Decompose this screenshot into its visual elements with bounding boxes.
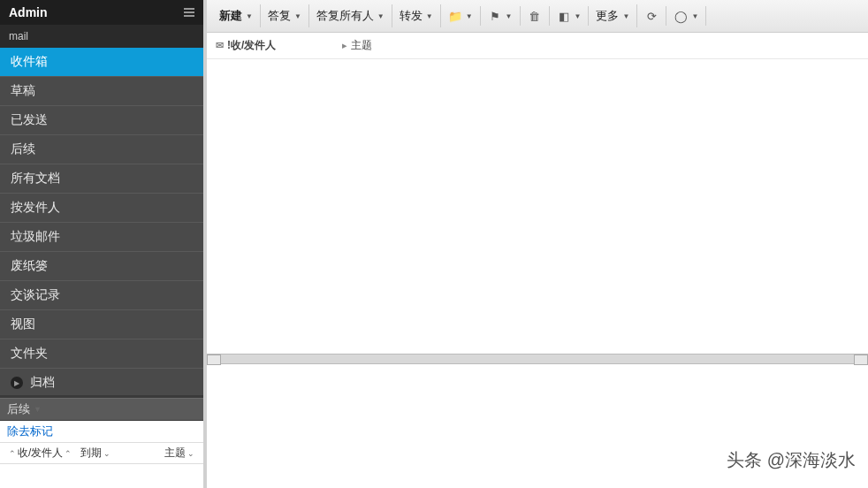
sidebar: Admin mail 收件箱草稿已发送后续所有文档按发件人垃圾邮件废纸篓交谈记录… (0, 0, 203, 488)
chevron-down-icon: ▼ (466, 12, 473, 20)
bubble-icon: ◯ (674, 10, 688, 22)
folder-label: 垃圾邮件 (11, 229, 60, 245)
move-button[interactable]: ◧▼ (550, 6, 590, 26)
clear-marks-link[interactable]: 除去标记 (0, 421, 203, 442)
folder-label: 草稿 (11, 83, 35, 99)
folder-label: 废纸篓 (11, 258, 48, 274)
folder-item[interactable]: 文件夹 (0, 339, 203, 369)
folder-item[interactable]: 已发送 (0, 106, 203, 135)
folder-label: 视图 (11, 316, 35, 332)
folder-item[interactable]: 按发件人 (0, 194, 203, 223)
caret-up-icon: ⌃ (65, 449, 72, 458)
expand-icon: ▶ (11, 377, 23, 389)
folder-item[interactable]: ▶归档 (0, 369, 203, 395)
admin-title: Admin (9, 5, 48, 19)
chevron-down-icon: ▼ (294, 12, 301, 20)
main-panel: 新建▼ 答复▼ 答复所有人▼ 转发▼ 📁▼ ⚑▼ 🗑 ◧▼ 更多▼ ⟳ ◯▼ ✉… (203, 0, 868, 488)
chevron-down-icon: ▼ (575, 12, 582, 20)
horizontal-splitter[interactable] (207, 354, 868, 364)
folder-button[interactable]: 📁▼ (441, 6, 481, 26)
folder-label: 交谈记录 (11, 287, 60, 303)
chevron-down-icon: ▼ (426, 12, 433, 20)
flag-icon: ⚑ (488, 10, 502, 22)
sidebar-header: Admin (0, 0, 203, 25)
spacer (0, 463, 203, 488)
chevron-down-icon: ▼ (691, 12, 698, 20)
refresh-icon: ⟳ (644, 10, 659, 22)
folder-item[interactable]: 视图 (0, 310, 203, 339)
more-button[interactable]: 更多▼ (589, 4, 637, 27)
folder-label: 按发件人 (11, 200, 60, 216)
box-icon: ◧ (557, 10, 571, 22)
caret-down-icon: ⌄ (187, 449, 194, 458)
caret-down-icon: ⌄ (103, 449, 110, 458)
show-button[interactable]: ◯▼ (666, 6, 706, 26)
reply-all-button[interactable]: 答复所有人▼ (309, 4, 392, 27)
folder-item[interactable]: 所有文档 (0, 164, 203, 194)
folder-label: 收件箱 (11, 54, 48, 70)
reply-button[interactable]: 答复▼ (261, 4, 309, 27)
column-sender[interactable]: ✉ !收/发件人 (216, 38, 335, 53)
folder-item[interactable]: 废纸篓 (0, 252, 203, 281)
filter-subject[interactable]: 主题 ⌄ (161, 445, 198, 461)
folder-item[interactable]: 收件箱 (0, 48, 203, 77)
refresh-button[interactable]: ⟳ (637, 6, 666, 26)
folder-item[interactable]: 后续 (0, 135, 203, 164)
followup-bar[interactable]: 后续 ▼ (0, 398, 203, 421)
column-headers: ✉ !收/发件人 ▸ 主题 (207, 33, 868, 59)
folder-item[interactable]: 草稿 (0, 77, 203, 106)
envelope-icon: ✉ (216, 40, 224, 51)
new-button[interactable]: 新建▼ (212, 4, 261, 27)
folder-label: 已发送 (11, 112, 48, 128)
folder-label: 文件夹 (11, 346, 48, 362)
folder-list: 收件箱草稿已发送后续所有文档按发件人垃圾邮件废纸篓交谈记录视图文件夹▶归档▶工具… (0, 48, 203, 395)
toolbar: 新建▼ 答复▼ 答复所有人▼ 转发▼ 📁▼ ⚑▼ 🗑 ◧▼ 更多▼ ⟳ ◯▼ (207, 0, 868, 33)
mail-account-label[interactable]: mail (0, 25, 203, 48)
hamburger-icon[interactable] (184, 8, 194, 17)
folder-item[interactable]: 交谈记录 (0, 281, 203, 310)
folder-item[interactable]: 垃圾邮件 (0, 223, 203, 252)
chevron-down-icon: ▼ (246, 12, 253, 20)
column-subject[interactable]: ▸ 主题 (342, 38, 372, 53)
folder-label: 后续 (11, 141, 35, 157)
flag-button[interactable]: ⚑▼ (481, 6, 521, 26)
watermark: 头条 @深海淡水 (727, 448, 856, 472)
chevron-down-icon: ▼ (377, 12, 385, 20)
filter-row: ⌃ 收/发件人 ⌃ 到期 ⌄ 主题 ⌄ (0, 442, 203, 463)
folder-label: 归档 (30, 375, 55, 391)
folder-label: 所有文档 (11, 171, 60, 187)
filter-sender[interactable]: ⌃ 收/发件人 ⌃ (5, 445, 75, 461)
forward-button[interactable]: 转发▼ (392, 4, 441, 27)
chevron-down-icon: ▼ (506, 12, 513, 20)
caret-up-icon: ⌃ (9, 449, 16, 458)
trash-icon: 🗑 (528, 10, 542, 22)
delete-button[interactable]: 🗑 (521, 6, 550, 26)
triangle-right-icon: ▸ (342, 40, 347, 51)
chevron-down-icon: ▼ (622, 12, 629, 20)
message-list (207, 59, 868, 354)
bottom-panel: 后续 ▼ 除去标记 ⌃ 收/发件人 ⌃ 到期 ⌄ 主题 ⌄ (0, 398, 203, 488)
folder-icon: 📁 (448, 10, 462, 22)
filter-due[interactable]: 到期 ⌄ (77, 445, 114, 461)
chevron-down-icon: ▼ (34, 405, 42, 414)
